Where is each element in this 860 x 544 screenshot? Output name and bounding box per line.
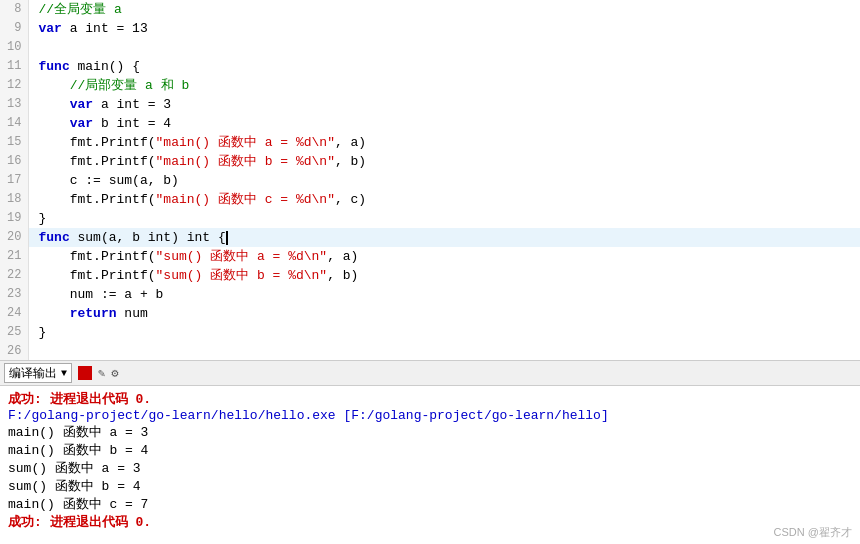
output-lines: main() 函数中 a = 3main() 函数中 b = 4sum() 函数… (8, 423, 852, 513)
line-number: 14 (0, 114, 28, 133)
stop-button[interactable] (78, 366, 92, 380)
code-line: var a int = 13 (28, 19, 860, 38)
output-line: sum() 函数中 a = 3 (8, 459, 852, 477)
line-number: 22 (0, 266, 28, 285)
chevron-down-icon: ▼ (61, 368, 67, 379)
code-line: fmt.Printf("sum() 函数中 b = %d\n", b) (28, 266, 860, 285)
code-line: fmt.Printf("main() 函数中 b = %d\n", b) (28, 152, 860, 171)
success-line-2: 成功: 进程退出代码 0. (8, 513, 852, 531)
code-line: var a int = 3 (28, 95, 860, 114)
line-number: 23 (0, 285, 28, 304)
line-number: 25 (0, 323, 28, 342)
code-line: //全局变量 a (28, 0, 860, 19)
line-number: 9 (0, 19, 28, 38)
output-header: 编译输出 ▼ ✎ ⚙ (0, 360, 860, 386)
line-number: 16 (0, 152, 28, 171)
code-line (28, 38, 860, 57)
code-line (28, 342, 860, 360)
line-number: 21 (0, 247, 28, 266)
code-line: num := a + b (28, 285, 860, 304)
code-editor: 8//全局变量 a9var a int = 1310 11func main()… (0, 0, 860, 360)
output-line: main() 函数中 a = 3 (8, 423, 852, 441)
output-line: main() 函数中 c = 7 (8, 495, 852, 513)
success-line-1: 成功: 进程退出代码 0. (8, 390, 852, 408)
line-number: 10 (0, 38, 28, 57)
code-line: fmt.Printf("main() 函数中 a = %d\n", a) (28, 133, 860, 152)
line-number: 13 (0, 95, 28, 114)
code-line: func sum(a, b int) int { (28, 228, 860, 247)
code-line: func main() { (28, 57, 860, 76)
code-line: } (28, 323, 860, 342)
output-line: sum() 函数中 b = 4 (8, 477, 852, 495)
line-number: 8 (0, 0, 28, 19)
code-line: var b int = 4 (28, 114, 860, 133)
code-table: 8//全局变量 a9var a int = 1310 11func main()… (0, 0, 860, 360)
clear-icon[interactable]: ✎ (98, 366, 105, 381)
code-line: fmt.Printf("sum() 函数中 a = %d\n", a) (28, 247, 860, 266)
line-number: 20 (0, 228, 28, 247)
code-line: } (28, 209, 860, 228)
code-line: c := sum(a, b) (28, 171, 860, 190)
line-number: 19 (0, 209, 28, 228)
watermark: CSDN @翟齐才 (774, 525, 852, 540)
line-number: 11 (0, 57, 28, 76)
output-dropdown[interactable]: 编译输出 ▼ (4, 363, 72, 383)
line-number: 12 (0, 76, 28, 95)
code-line: //局部变量 a 和 b (28, 76, 860, 95)
dropdown-label: 编译输出 (9, 365, 57, 382)
line-number: 24 (0, 304, 28, 323)
line-number: 26 (0, 342, 28, 360)
code-line: fmt.Printf("main() 函数中 c = %d\n", c) (28, 190, 860, 209)
settings-icon[interactable]: ⚙ (111, 366, 118, 381)
code-line: return num (28, 304, 860, 323)
line-number: 17 (0, 171, 28, 190)
output-panel: 成功: 进程退出代码 0. F:/golang-project/go-learn… (0, 386, 860, 544)
line-number: 18 (0, 190, 28, 209)
line-number: 15 (0, 133, 28, 152)
output-line: main() 函数中 b = 4 (8, 441, 852, 459)
path-line: F:/golang-project/go-learn/hello/hello.e… (8, 408, 852, 423)
